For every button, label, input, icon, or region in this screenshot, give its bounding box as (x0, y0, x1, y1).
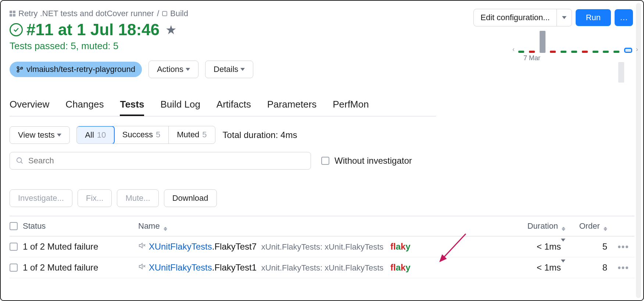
chevron-down-icon (186, 68, 190, 71)
search-input[interactable] (28, 156, 305, 166)
success-icon (10, 23, 23, 36)
select-all-checkbox[interactable] (10, 222, 18, 230)
breadcrumb-build[interactable]: Build (170, 9, 188, 18)
sort-icon (164, 227, 167, 231)
details-button[interactable]: Details (205, 61, 253, 78)
flaky-badge: flaky (390, 242, 411, 251)
muted-icon (138, 262, 146, 271)
row-checkbox[interactable] (10, 243, 18, 251)
column-order[interactable]: Order (570, 221, 607, 231)
tab-buildlog[interactable]: Build Log (160, 99, 200, 116)
test-path: xUnit.FlakyTests: xUnit.FlakyTests (261, 263, 384, 272)
row-duration[interactable]: < 1ms (510, 262, 565, 273)
tab-overview[interactable]: Overview (10, 99, 49, 116)
actions-button[interactable]: Actions (149, 61, 198, 78)
breadcrumb-project[interactable]: Retry .NET tests and dotCover runner (18, 9, 154, 18)
branch-pill[interactable]: vlmaiush/test-retry-playground (10, 62, 142, 77)
chart-next-icon[interactable]: › (636, 46, 638, 53)
page-title: #11 at 1 Jul 18:46 (26, 21, 160, 39)
edit-configuration-dropdown[interactable] (557, 9, 572, 26)
muted-icon (138, 242, 146, 250)
row-checkbox[interactable] (10, 264, 18, 272)
test-name[interactable]: .FlakyTest1 (212, 262, 257, 272)
view-tests-button[interactable]: View tests (10, 126, 70, 144)
project-icon (10, 11, 15, 17)
investigate-button[interactable]: Investigate... (10, 189, 72, 207)
tab-perfmon[interactable]: PerfMon (333, 99, 369, 116)
tab-tests[interactable]: Tests (120, 99, 144, 116)
more-button[interactable]: … (615, 9, 633, 26)
branch-icon (16, 66, 24, 73)
chevron-down-icon (562, 16, 566, 19)
row-order: 8 (570, 262, 607, 273)
svg-point-3 (17, 158, 22, 163)
table-row: 1 of 2 Muted failure XUnitFlakyTests.Fla… (10, 257, 634, 278)
table-header: Status Name Duration Order (10, 216, 634, 236)
test-name[interactable]: .FlakyTest7 (212, 242, 257, 251)
test-path: xUnit.FlakyTests: xUnit.FlakyTests (261, 242, 384, 251)
row-duration[interactable]: < 1ms (510, 242, 565, 252)
mute-button[interactable]: Mute... (117, 189, 158, 207)
tab-parameters[interactable]: Parameters (267, 99, 316, 116)
fix-button[interactable]: Fix... (78, 189, 112, 207)
edit-configuration-button[interactable]: Edit configuration... (473, 9, 572, 26)
search-input-wrap (10, 152, 311, 170)
sort-icon (562, 227, 565, 231)
flaky-badge: flaky (390, 262, 411, 272)
branch-name: vlmaiush/test-retry-playground (26, 65, 135, 74)
checkbox-icon[interactable] (321, 157, 329, 165)
tab-artifacts[interactable]: Artifacts (217, 99, 251, 116)
chart-date: 7 Mar (523, 54, 632, 62)
table-row: 1 of 2 Muted failure XUnitFlakyTests.Fla… (10, 236, 634, 257)
test-class-link[interactable]: XUnitFlakyTests (149, 262, 212, 272)
row-more-icon[interactable]: ••• (618, 262, 629, 272)
total-duration: Total duration: 4ms (223, 130, 297, 140)
build-icon (162, 11, 167, 16)
chevron-down-icon (240, 68, 245, 71)
column-name[interactable]: Name (138, 221, 505, 231)
run-button[interactable]: Run (576, 9, 611, 26)
chevron-down-icon (57, 134, 61, 137)
row-status: 1 of 2 Muted failure (23, 242, 133, 252)
row-status: 1 of 2 Muted failure (23, 262, 133, 273)
search-icon (16, 157, 24, 165)
row-more-icon[interactable]: ••• (618, 242, 629, 251)
row-order: 5 (570, 242, 607, 252)
column-duration[interactable]: Duration (510, 221, 565, 231)
svg-point-0 (17, 67, 19, 69)
download-button[interactable]: Download (164, 189, 217, 207)
breadcrumb-sep: / (157, 9, 159, 18)
svg-point-1 (17, 70, 19, 72)
svg-line-4 (21, 162, 23, 164)
filter-muted[interactable]: Muted 5 (169, 126, 215, 144)
favorite-star-icon[interactable]: ★ (165, 22, 176, 37)
filter-success[interactable]: Success 5 (114, 126, 169, 144)
filter-all[interactable]: All 10 (76, 126, 115, 144)
column-status[interactable]: Status (23, 221, 133, 231)
chevron-down-icon (561, 260, 565, 272)
chart-prev-icon[interactable]: ‹ (512, 46, 515, 53)
sort-icon (604, 227, 607, 231)
test-class-link[interactable]: XUnitFlakyTests (149, 242, 212, 251)
tabs: Overview Changes Tests Build Log Artifac… (10, 99, 436, 116)
chevron-down-icon (561, 239, 565, 251)
tab-changes[interactable]: Changes (65, 99, 104, 116)
without-investigator-checkbox[interactable]: Without investigator (321, 156, 412, 166)
build-history-chart[interactable]: ‹ › 7 Mar (518, 31, 632, 75)
